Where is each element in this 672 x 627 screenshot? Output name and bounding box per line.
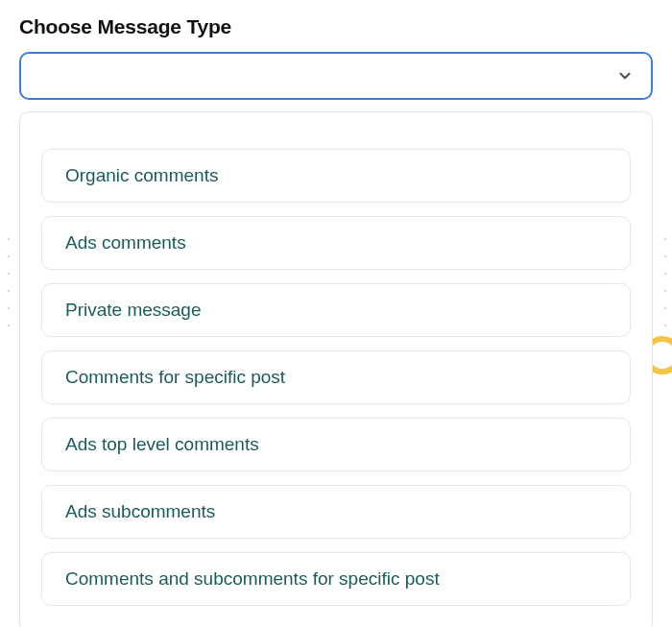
- option-private-message[interactable]: Private message: [41, 283, 631, 337]
- option-label: Comments for specific post: [65, 367, 285, 387]
- option-label: Ads subcomments: [65, 501, 215, 521]
- option-label: Private message: [65, 300, 202, 320]
- option-ads-comments[interactable]: Ads comments: [41, 216, 631, 270]
- option-label: Ads comments: [65, 232, 186, 253]
- option-ads-subcomments[interactable]: Ads subcomments: [41, 485, 631, 539]
- option-label: Ads top level comments: [65, 434, 259, 454]
- option-label: Comments and subcomments for specific po…: [65, 568, 440, 589]
- option-comments-specific-post[interactable]: Comments for specific post: [41, 350, 631, 404]
- message-type-selector: Choose Message Type Organic comments Ads…: [0, 0, 672, 627]
- chevron-down-icon: [616, 67, 634, 84]
- option-label: Organic comments: [65, 165, 218, 185]
- field-label: Choose Message Type: [19, 15, 653, 38]
- option-organic-comments[interactable]: Organic comments: [41, 149, 631, 203]
- option-ads-top-level-comments[interactable]: Ads top level comments: [41, 418, 631, 471]
- dropdown-options-panel: Organic comments Ads comments Private me…: [19, 111, 653, 627]
- message-type-select[interactable]: [19, 52, 653, 100]
- option-comments-subcomments-specific-post[interactable]: Comments and subcomments for specific po…: [41, 552, 631, 606]
